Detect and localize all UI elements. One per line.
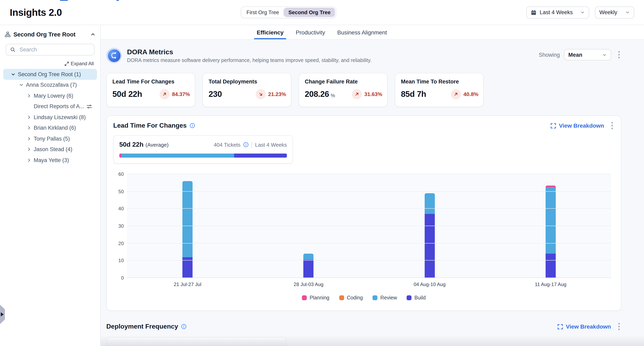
date-range-select[interactable]: Last 4 Weeks: [526, 6, 589, 18]
tree-item[interactable]: Mary Lowery (6): [3, 90, 97, 101]
top-header: Insights 2.0 First Org Tree Second Org T…: [0, 0, 644, 25]
average-stacked-bar: [119, 154, 287, 158]
chevron-down-icon[interactable]: [19, 83, 24, 87]
tree-item-label: Tony Pallas (5): [34, 136, 70, 142]
tree-item[interactable]: Jason Stead (4): [3, 144, 97, 155]
legend-swatch: [339, 295, 344, 300]
org-toggle-first[interactable]: First Org Tree: [242, 8, 284, 17]
tree-item-label: Anna Scozzafava (7): [26, 82, 77, 88]
dora-title: DORA Metrics: [127, 48, 372, 56]
avg-bar-segment-review: [121, 154, 234, 158]
section-menu-button[interactable]: [610, 121, 614, 131]
tab-business-alignment[interactable]: Business Alignment: [337, 25, 387, 39]
aggregation-select[interactable]: Mean: [564, 49, 611, 60]
metric-title: Change Failure Rate: [305, 79, 382, 85]
legend-item[interactable]: Review: [372, 295, 397, 301]
org-tree: Second Org Tree Root (1)Anna Scozzafava …: [0, 69, 100, 166]
chevron-right-icon[interactable]: [27, 94, 31, 98]
chart-bar-slot: [127, 174, 248, 278]
legend-item[interactable]: Coding: [339, 295, 363, 301]
header-controls: Last 4 Weeks Weekly: [526, 6, 634, 18]
legend-item[interactable]: Build: [406, 295, 426, 301]
bar-segment-build: [546, 254, 556, 278]
info-icon[interactable]: [181, 324, 187, 329]
tree-item[interactable]: Direct Reports of A...: [3, 101, 97, 112]
metric-card: Total Deployments23021.23%: [202, 73, 291, 107]
metric-title: Mean Time To Restore: [401, 79, 478, 85]
tree-item-label: Jason Stead (4): [34, 147, 72, 153]
lead-time-section: Lead Time For Changes View Breakdown: [106, 116, 621, 311]
legend-swatch: [372, 295, 378, 300]
bar-segment-build: [304, 260, 314, 278]
search-input[interactable]: [19, 46, 92, 53]
filter-icon[interactable]: [86, 104, 92, 109]
view-breakdown-button[interactable]: View Breakdown: [558, 323, 611, 330]
legend-item[interactable]: Planning: [302, 295, 329, 301]
legend-label: Build: [414, 295, 426, 301]
tree-item[interactable]: Lindsay Liszewski (8): [3, 112, 97, 123]
y-axis-tick: 10: [113, 258, 124, 264]
tree-item-label: Maya Yette (3): [34, 157, 69, 163]
tab-productivity[interactable]: Productivity: [296, 25, 325, 39]
tree-item-label: Direct Reports of A...: [34, 104, 84, 110]
tree-item[interactable]: Brian Kirkland (6): [3, 123, 97, 133]
tree-item[interactable]: Tony Pallas (5): [3, 133, 97, 144]
info-icon[interactable]: [190, 123, 195, 128]
average-value: 50d 22h: [119, 141, 144, 148]
divider: [252, 142, 252, 148]
date-range-value: Last 4 Weeks: [540, 9, 577, 15]
stacked-bar[interactable]: [304, 254, 314, 278]
view-breakdown-button[interactable]: View Breakdown: [551, 122, 604, 129]
granularity-value: Weekly: [599, 9, 622, 15]
chevron-down-icon: [580, 10, 585, 14]
trend-value: 84.37%: [172, 91, 190, 97]
chevron-right-icon[interactable]: [27, 158, 31, 163]
tab-efficiency[interactable]: Efficiency: [257, 25, 284, 39]
metric-value: 50d 22h: [112, 90, 142, 99]
granularity-select[interactable]: Weekly: [595, 6, 634, 18]
legend-label: Planning: [310, 295, 329, 301]
deployment-card-partial: [106, 337, 286, 346]
page-title: Insights 2.0: [10, 7, 62, 18]
tree-item[interactable]: Second Org Tree Root (1): [3, 69, 97, 80]
tree-item[interactable]: Anna Scozzafava (7): [3, 80, 97, 90]
chevron-right-icon[interactable]: [27, 147, 31, 152]
metric-card: Lead Time For Changes50d 22h84.37%: [106, 73, 195, 107]
chart-bar-slot: [369, 174, 490, 278]
chevron-down-icon[interactable]: [11, 72, 16, 77]
section-menu-button[interactable]: [616, 322, 621, 332]
tree-item-label: Brian Kirkland (6): [34, 125, 76, 131]
legend-label: Review: [380, 295, 397, 301]
collapse-sidebar-icon[interactable]: [90, 32, 95, 37]
org-toggle-second[interactable]: Second Org Tree: [284, 8, 335, 17]
sidebar-title: Second Org Tree Root: [14, 31, 76, 38]
stacked-bar[interactable]: [424, 193, 434, 278]
chevron-right-icon[interactable]: [27, 137, 31, 141]
x-axis-label: 21 Jul-27 Jul: [127, 282, 248, 287]
bar-segment-review: [546, 187, 556, 254]
tree-item[interactable]: Maya Yette (3): [3, 155, 97, 166]
trend-up-icon: [352, 89, 362, 99]
stacked-bar[interactable]: [182, 181, 192, 278]
org-chart-icon: [5, 32, 10, 37]
chart-legend: PlanningCodingReviewBuild: [113, 295, 614, 301]
metric-value-suffix: %: [331, 93, 335, 98]
sidebar-search: [6, 44, 94, 55]
trend-value: 31.63%: [364, 91, 382, 97]
info-icon[interactable]: [243, 142, 249, 148]
gridline: [127, 260, 611, 261]
stacked-bar[interactable]: [546, 185, 556, 278]
chart-plot-area: [127, 174, 611, 278]
chevron-right-icon[interactable]: [27, 115, 31, 120]
avg-bar-segment-planning: [119, 154, 121, 158]
search-icon: [10, 47, 16, 52]
expand-all-button[interactable]: Expand All: [6, 61, 94, 66]
deployment-section-header: Deployment Frequency View Breakdown: [106, 321, 621, 332]
chevron-right-icon[interactable]: [27, 126, 31, 130]
chevron-down-icon: [602, 52, 606, 57]
section-title: Lead Time For Changes: [113, 122, 195, 129]
y-axis-tick: 50: [113, 188, 124, 194]
dora-menu-button[interactable]: [616, 50, 621, 60]
showing-label: Showing: [539, 52, 560, 58]
sidebar-header: Second Org Tree Root: [0, 29, 100, 40]
